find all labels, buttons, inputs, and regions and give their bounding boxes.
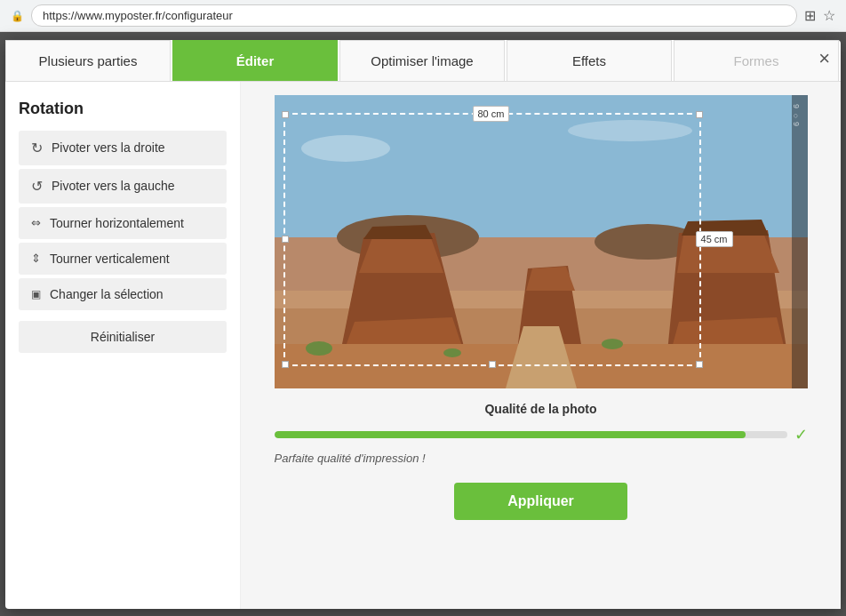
ruler-strip: 9 ○ 9 — [792, 95, 808, 388]
modal-overlay: × Plusieurs parties Éditer Optimiser l'i… — [0, 32, 846, 616]
rotate-right-label: Pivoter vers la droite — [52, 140, 165, 155]
svg-marker-7 — [359, 236, 443, 273]
svg-point-19 — [301, 135, 390, 162]
svg-marker-22 — [682, 220, 769, 236]
flip-horizontal-button[interactable]: ⇔ Tourner horizontalement — [19, 207, 227, 239]
tab-editer[interactable]: Éditer — [172, 40, 338, 81]
quality-bar-background — [275, 431, 787, 438]
change-sel-label: Changer la sélection — [50, 287, 164, 301]
flip-vertical-button[interactable]: ⇕ Tourner verticalement — [19, 243, 227, 275]
rotate-left-icon: ↺ — [31, 178, 43, 195]
svg-point-20 — [568, 120, 692, 141]
flip-v-label: Tourner verticalement — [50, 252, 170, 266]
right-panel: 80 cm 45 cm 9 ○ 9 Qualité de la photo — [241, 82, 841, 609]
tab-bar: Plusieurs parties Éditer Optimiser l'ima… — [5, 40, 841, 82]
tab-effets[interactable]: Effets — [507, 40, 672, 81]
modal: × Plusieurs parties Éditer Optimiser l'i… — [5, 40, 841, 609]
section-title: Rotation — [19, 100, 227, 118]
tab-formes: Formes — [674, 40, 839, 81]
tab-optimiser[interactable]: Optimiser l'image — [339, 40, 505, 81]
change-sel-icon: ▣ — [31, 288, 41, 300]
apply-button[interactable]: Appliquer — [454, 483, 627, 520]
url-bar[interactable]: https://www.myposter.fr/configurateur — [31, 4, 797, 27]
star-icon[interactable]: ☆ — [823, 7, 835, 24]
content-area: Rotation ↻ Pivoter vers la droite ↺ Pivo… — [5, 82, 841, 609]
flip-v-icon: ⇕ — [31, 252, 41, 265]
rotate-right-icon: ↻ — [31, 140, 43, 156]
quality-text: Parfaite qualité d'impression ! — [275, 452, 808, 465]
landscape-image — [275, 95, 808, 388]
browser-bar: 🔒 https://www.myposter.fr/configurateur … — [0, 0, 846, 32]
left-panel: Rotation ↻ Pivoter vers la droite ↺ Pivo… — [5, 82, 241, 609]
svg-marker-21 — [363, 225, 433, 239]
browser-icons: ⊞ ☆ — [804, 7, 835, 24]
quality-title: Qualité de la photo — [275, 402, 808, 416]
close-button[interactable]: × — [818, 49, 830, 68]
rotate-right-button[interactable]: ↻ Pivoter vers la droite — [19, 131, 227, 165]
lock-icon: 🔒 — [11, 10, 24, 22]
tab-plusieurs-parties[interactable]: Plusieurs parties — [5, 40, 171, 81]
reset-button[interactable]: Réinitialiser — [19, 321, 227, 353]
tab-icon[interactable]: ⊞ — [804, 7, 816, 24]
ruler-label: 9 ○ 9 — [792, 104, 801, 126]
image-preview: 80 cm 45 cm 9 ○ 9 — [275, 95, 808, 388]
quality-section: Qualité de la photo ✓ Parfaite qualité d… — [275, 402, 808, 465]
quality-bar-container: ✓ — [275, 425, 808, 444]
rotate-left-label: Pivoter vers la gauche — [52, 179, 175, 193]
svg-point-16 — [306, 341, 332, 356]
change-selection-button[interactable]: ▣ Changer la sélection — [19, 278, 227, 310]
quality-check-icon: ✓ — [794, 425, 808, 444]
flip-h-label: Tourner horizontalement — [50, 216, 184, 230]
flip-h-icon: ⇔ — [31, 216, 41, 229]
svg-point-17 — [602, 339, 623, 349]
rotate-left-button[interactable]: ↺ Pivoter vers la gauche — [19, 169, 227, 204]
svg-point-18 — [443, 348, 461, 357]
svg-marker-12 — [677, 233, 779, 273]
quality-bar-fill — [275, 431, 746, 438]
